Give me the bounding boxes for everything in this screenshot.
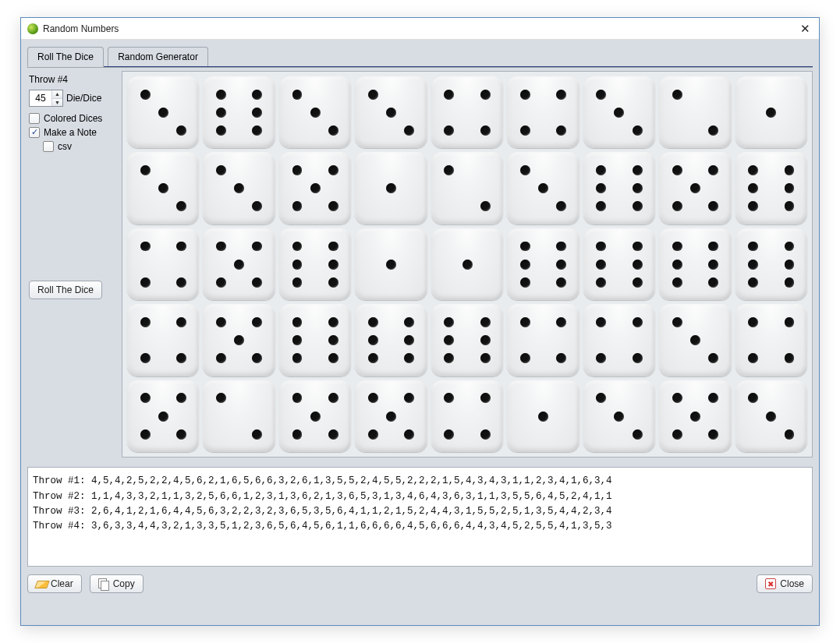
pip	[386, 183, 396, 193]
spinner-up-icon[interactable]: ▲	[52, 90, 62, 99]
pip	[633, 125, 643, 136]
die	[659, 304, 731, 376]
pip	[785, 429, 795, 440]
die	[659, 228, 731, 300]
pip	[444, 393, 454, 403]
sidebar: Throw #4 ▲ ▼ Die/Dice	[27, 71, 117, 458]
pip	[672, 242, 682, 252]
die	[279, 152, 351, 224]
die	[431, 228, 503, 300]
die	[583, 228, 655, 300]
pip	[444, 125, 454, 136]
die	[355, 228, 427, 300]
make-note-checkbox[interactable]	[29, 127, 40, 138]
pip	[368, 353, 378, 363]
pip	[158, 108, 168, 118]
pip	[672, 429, 682, 440]
pip	[234, 335, 244, 345]
csv-checkbox[interactable]	[43, 141, 54, 152]
die	[431, 304, 503, 376]
pip	[292, 242, 303, 252]
close-icon[interactable]: ✕	[797, 21, 813, 37]
pip	[252, 125, 262, 136]
pip	[328, 201, 338, 211]
pip	[252, 90, 262, 100]
pip	[176, 242, 186, 252]
pip	[444, 317, 454, 327]
copy-button[interactable]: Copy	[90, 574, 144, 593]
pip	[404, 429, 414, 440]
die	[279, 76, 351, 148]
pip	[216, 317, 226, 327]
pip	[708, 165, 718, 175]
die	[355, 304, 427, 376]
die	[279, 380, 351, 452]
pip	[785, 317, 795, 327]
pip	[140, 353, 151, 363]
die	[355, 152, 427, 224]
roll-the-dice-button[interactable]: Roll The Dice	[29, 281, 102, 299]
pip	[596, 242, 606, 252]
pip	[480, 125, 491, 136]
pip	[748, 353, 758, 363]
pip	[176, 317, 186, 327]
tab-roll-the-dice[interactable]: Roll The Dice	[27, 47, 104, 67]
random-numbers-dialog: Random Numbers ✕ Roll The Dice Random Ge…	[20, 17, 820, 626]
pip	[596, 260, 606, 270]
pip	[480, 201, 491, 211]
pip	[216, 393, 226, 403]
pip	[176, 429, 186, 440]
colored-dices-checkbox[interactable]	[29, 113, 40, 124]
die	[127, 76, 199, 148]
pip	[140, 165, 151, 175]
pip	[556, 317, 566, 327]
die-count-input[interactable]	[30, 90, 51, 106]
pip	[176, 201, 186, 211]
dice-grid	[122, 71, 813, 458]
pip	[520, 277, 530, 288]
notes-textarea[interactable]: Throw #1: 4,5,4,2,5,2,2,4,5,6,2,1,6,5,6,…	[27, 467, 813, 567]
pip	[596, 353, 606, 363]
die	[735, 152, 807, 224]
die-count-label: Die/Dice	[66, 93, 101, 104]
pip	[556, 90, 566, 100]
pip	[672, 90, 682, 100]
die	[659, 152, 731, 224]
eraser-icon	[36, 579, 47, 588]
pip	[556, 201, 566, 211]
pip	[785, 183, 795, 193]
pip	[234, 183, 244, 193]
pip	[633, 429, 643, 440]
pip	[252, 108, 262, 118]
tab-strip: Roll The Dice Random Generator	[27, 46, 813, 66]
tab-random-generator[interactable]: Random Generator	[108, 47, 208, 66]
pip	[690, 412, 700, 422]
pip	[216, 108, 226, 118]
pip	[368, 429, 378, 440]
pip	[672, 317, 682, 327]
pip	[404, 125, 414, 136]
pip	[672, 393, 682, 403]
clear-button[interactable]: Clear	[27, 574, 82, 593]
pip	[556, 260, 566, 270]
pip	[386, 108, 396, 118]
pip	[785, 260, 795, 270]
pip	[252, 242, 262, 252]
die	[583, 76, 655, 148]
spinner-down-icon[interactable]: ▼	[52, 99, 62, 107]
pip	[708, 125, 718, 136]
pip	[176, 393, 186, 403]
die-count-spinner[interactable]: ▲ ▼	[29, 90, 63, 107]
die	[735, 76, 807, 148]
pip	[596, 183, 606, 193]
pip	[216, 277, 226, 288]
pip	[480, 90, 491, 100]
die	[431, 380, 503, 452]
pip	[556, 353, 566, 363]
pip	[708, 429, 718, 440]
die	[431, 76, 503, 148]
close-button[interactable]: ✖ Close	[757, 574, 813, 593]
pip	[252, 353, 262, 363]
pip	[785, 277, 795, 288]
pip	[748, 393, 758, 403]
